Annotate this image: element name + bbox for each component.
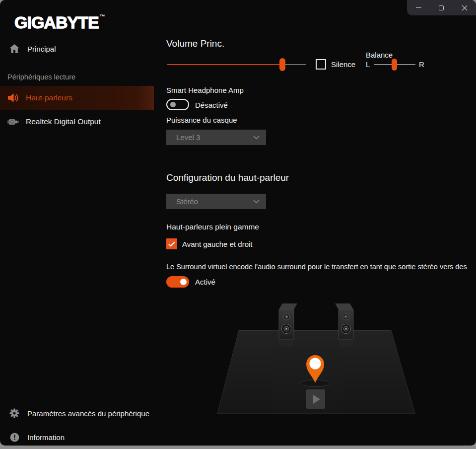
sidebar-item-label: Realtek Digital Output <box>26 117 101 126</box>
mute-checkbox[interactable] <box>316 59 326 70</box>
full-range-label: Haut-parleurs plein gamme <box>166 223 259 231</box>
playback-devices-section-label: Périphériques lecture <box>7 73 75 81</box>
virtual-surround-description: Le Surround virtuel encode l'audio surro… <box>166 263 476 271</box>
close-button[interactable] <box>453 0 476 15</box>
balance-left-label: L <box>366 60 370 69</box>
front-left-right-label: Avant gauche et droit <box>182 240 253 248</box>
headphone-power-label: Puissance du casque <box>166 116 237 124</box>
virtual-surround-state-label: Activé <box>195 278 215 286</box>
volume-slider-handle[interactable] <box>279 58 285 71</box>
maximize-button[interactable] <box>430 0 453 15</box>
sidebar-item-speakers[interactable]: Haut-parleurs <box>0 86 154 110</box>
virtual-surround-toggle[interactable] <box>166 276 189 288</box>
toggle-knob <box>180 279 187 285</box>
balance-right-label: R <box>419 60 424 69</box>
sidebar-item-label: Information <box>27 433 65 442</box>
speaker-icon <box>7 93 19 103</box>
speaker-config-title: Configuration du haut-parleur <box>166 172 289 183</box>
sidebar-item-label: Principal <box>27 45 56 53</box>
master-volume-title: Volume Princ. <box>166 38 224 49</box>
sidebar-item-label: Paramètres avancés du périphérique <box>27 409 149 418</box>
chevron-down-icon <box>253 200 260 204</box>
chevron-down-icon <box>253 136 260 140</box>
balance-slider-handle[interactable] <box>392 59 397 71</box>
speaker-config-select[interactable]: Stéréo <box>166 194 266 209</box>
headphone-amp-toggle[interactable] <box>166 99 189 110</box>
minimize-icon <box>416 7 421 8</box>
app-window: GIGABYTE™ Principal Périphériques lectur… <box>0 0 476 446</box>
location-pin-icon[interactable] <box>302 352 328 383</box>
toggle-knob <box>170 102 176 107</box>
headphone-amp-state-label: Désactivé <box>195 101 228 109</box>
gigabyte-logo: GIGABYTE™ <box>14 13 104 32</box>
play-test-button[interactable] <box>306 389 325 409</box>
front-left-right-checkbox[interactable] <box>166 238 177 249</box>
optical-plug-icon <box>7 118 19 126</box>
sidebar-item-information[interactable]: Information <box>0 426 154 446</box>
volume-slider-fill <box>167 64 282 65</box>
checkmark-icon <box>168 241 175 247</box>
balance-label: Balance <box>366 51 393 59</box>
sidebar-item-label: Haut-parleurs <box>26 93 72 102</box>
select-value: Stéréo <box>176 197 198 206</box>
headphone-amp-label: Smart Headphone Amp <box>166 86 244 94</box>
select-value: Level 3 <box>176 133 200 142</box>
maximize-icon <box>439 5 444 10</box>
minimize-button[interactable] <box>407 0 430 15</box>
sidebar-item-advanced-device-settings[interactable]: Paramètres avancés du périphérique <box>0 402 154 424</box>
sidebar-item-realtek-digital-output[interactable]: Realtek Digital Output <box>0 111 154 133</box>
balance-slider[interactable] <box>374 59 415 71</box>
close-icon <box>462 5 468 11</box>
headphone-power-select[interactable]: Level 3 <box>166 130 266 145</box>
play-icon <box>313 395 320 404</box>
home-icon <box>8 44 20 53</box>
info-icon <box>8 433 20 442</box>
gear-icon <box>8 408 20 418</box>
window-controls <box>407 0 476 15</box>
sidebar-item-principal[interactable]: Principal <box>0 39 154 59</box>
mute-label: Silence <box>331 60 355 69</box>
volume-slider[interactable] <box>167 58 306 71</box>
